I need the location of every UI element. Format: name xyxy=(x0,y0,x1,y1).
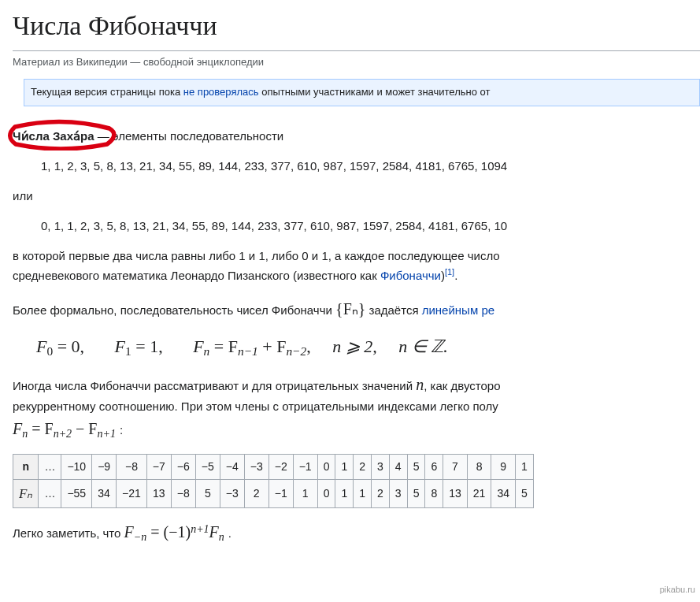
table-cell-fn: −21 xyxy=(117,479,147,507)
closing-formula: F−n = (−1)n+1Fn xyxy=(124,523,228,541)
table-cell-fn: 34 xyxy=(491,479,516,507)
neg-a: Иногда числа Фибоначчи рассматривают и д… xyxy=(13,379,416,392)
rule-paragraph: в которой первые два числа равны либо 1 … xyxy=(13,247,700,285)
table-cell-fn: −3 xyxy=(220,479,244,507)
table-cell-n: 8 xyxy=(467,455,491,479)
negative-paragraph: Иногда числа Фибоначчи рассматривают и д… xyxy=(13,372,700,443)
notice-link-unreviewed[interactable]: не проверялась xyxy=(183,86,259,98)
row-f-label: Fₙ xyxy=(13,479,39,507)
table-cell-fn: 5 xyxy=(195,479,220,507)
sequence-2: 0, 1, 1, 2, 3, 5, 8, 13, 21, 34, 55, 89,… xyxy=(41,217,700,236)
table-cell-fn: 13 xyxy=(146,479,171,507)
table-cell-fn: 8 xyxy=(425,479,443,507)
watermark: pikabu.ru xyxy=(660,583,695,597)
negative-index-table: n … −10−9−8−7−6−5−4−3−2−101234567891 Fₙ … xyxy=(13,454,534,508)
linear-recurrence-link[interactable]: линейным ре xyxy=(422,303,494,317)
altered-term: Чи́сла Заха́ра xyxy=(13,127,94,146)
neg-c: рекуррентному соотношению. При этом член… xyxy=(13,399,498,413)
ellipsis-cell: … xyxy=(39,479,61,507)
table-cell-n: 1 xyxy=(515,455,533,479)
rule-line-1: в которой первые два числа равны либо 1 … xyxy=(13,249,500,262)
reference-1[interactable]: [1] xyxy=(445,267,454,277)
formal-b: задаётся xyxy=(365,303,421,317)
table-cell-n: −2 xyxy=(269,455,293,479)
table-cell-n: −8 xyxy=(117,455,147,479)
lead-paragraph: Чи́сла Заха́ра — элементы последовательн… xyxy=(13,127,700,146)
table-cell-n: −1 xyxy=(293,455,317,479)
table-cell-n: 0 xyxy=(317,455,335,479)
row-n-label: n xyxy=(13,455,39,479)
closing-a: Легко заметить, что xyxy=(13,526,124,540)
table-cell-fn: −55 xyxy=(61,479,92,507)
table-cell-fn: 1 xyxy=(335,479,354,507)
table-cell-n: 9 xyxy=(491,455,516,479)
notice-text-after: опытными участниками и может значительно… xyxy=(259,86,491,98)
source-line: Материал из Википедии — свободной энцикл… xyxy=(13,54,700,71)
sequence-1: 1, 1, 2, 3, 5, 8, 13, 21, 34, 55, 89, 14… xyxy=(41,157,700,176)
ellipsis-cell: … xyxy=(39,455,61,479)
table-cell-fn: 0 xyxy=(317,479,335,507)
table-cell-fn: 1 xyxy=(354,479,372,507)
closing-dot: . xyxy=(228,526,231,540)
page-title: Числа Фибоначчи xyxy=(13,5,700,51)
table-cell-n: 1 xyxy=(335,455,354,479)
table-row-n: n … −10−9−8−7−6−5−4−3−2−101234567891 xyxy=(13,455,534,479)
rule-line-2a: средневекового математика Леонардо Пизан… xyxy=(13,269,380,282)
table-cell-n: 7 xyxy=(443,455,468,479)
review-notice: Текущая версия страницы пока не проверял… xyxy=(24,79,700,106)
or-word: или xyxy=(13,187,700,206)
altered-term-text: Чи́сла Заха́ра xyxy=(13,129,94,143)
table-cell-fn: 1 xyxy=(293,479,317,507)
shift-formula: Fn = Fn+2 − Fn+1 xyxy=(13,420,120,437)
table-cell-n: 5 xyxy=(407,455,425,479)
table-cell-n: −7 xyxy=(146,455,171,479)
n-var-icon: n xyxy=(416,376,424,393)
table-row-fn: Fₙ … −5534−2113−85−32−1101123581321345 xyxy=(13,479,534,507)
fibonacci-link[interactable]: Фибоначчи xyxy=(380,269,441,282)
table-cell-n: 3 xyxy=(372,455,390,479)
shift-colon: : xyxy=(120,423,123,437)
table-cell-fn: 13 xyxy=(443,479,468,507)
table-cell-n: −6 xyxy=(171,455,195,479)
table-cell-n: 6 xyxy=(425,455,443,479)
table-cell-n: 4 xyxy=(389,455,407,479)
lead-rest: — элементы последовательности xyxy=(94,129,284,143)
notice-text-before: Текущая версия страницы пока xyxy=(31,86,183,98)
table-cell-n: −9 xyxy=(92,455,117,479)
table-cell-n: −3 xyxy=(244,455,269,479)
table-cell-fn: −1 xyxy=(269,479,293,507)
table-cell-fn: 5 xyxy=(407,479,425,507)
recurrence-formula: F0 = 0, F1 = 1, Fn = Fn−1 + Fn−2, n ⩾ 2,… xyxy=(36,333,700,361)
table-cell-fn: −8 xyxy=(171,479,195,507)
table-cell-n: −4 xyxy=(220,455,244,479)
rule-line-2c: . xyxy=(454,269,457,282)
formal-a: Более формально, последовательность чисе… xyxy=(13,303,335,317)
table-cell-n: −5 xyxy=(195,455,220,479)
closing-paragraph: Легко заметить, что F−n = (−1)n+1Fn . xyxy=(13,519,700,546)
table-cell-fn: 21 xyxy=(467,479,491,507)
table-cell-n: −10 xyxy=(61,455,92,479)
fn-set: {Fₙ} xyxy=(335,300,365,318)
table-cell-fn: 34 xyxy=(92,479,117,507)
table-cell-fn: 3 xyxy=(389,479,407,507)
table-cell-n: 2 xyxy=(354,455,372,479)
neg-b: , как двусторо xyxy=(424,379,500,392)
table-cell-fn: 2 xyxy=(244,479,269,507)
table-cell-fn: 5 xyxy=(515,479,533,507)
formal-paragraph: Более формально, последовательность чисе… xyxy=(13,296,700,321)
table-cell-fn: 2 xyxy=(372,479,390,507)
